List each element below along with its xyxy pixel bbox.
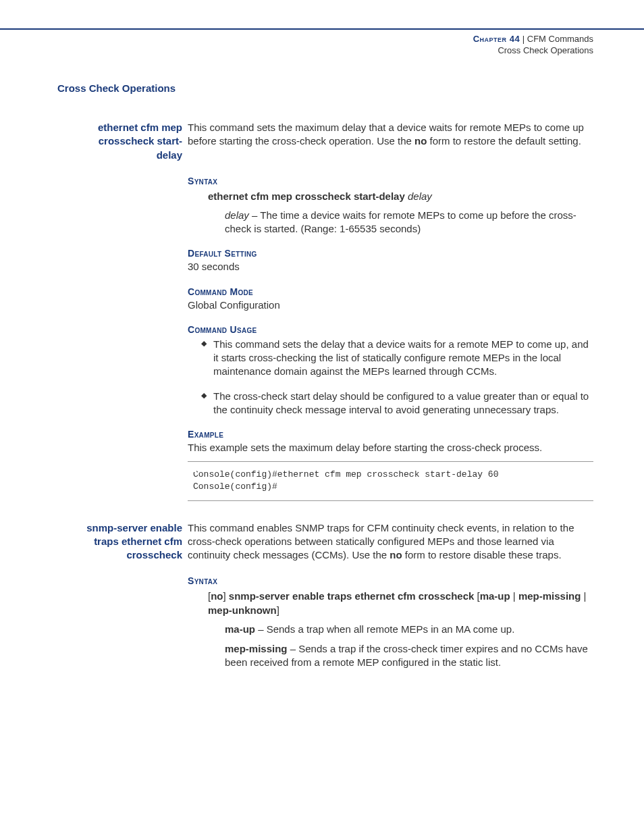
- mode-heading: Command Mode: [188, 286, 593, 297]
- cmd2-syn-opt3: mep-unknown: [208, 604, 277, 616]
- header-subtitle: Cross Check Operations: [0, 45, 593, 55]
- cmd2-maup-t: – Sends a trap when all remote MEPs in a…: [255, 623, 514, 635]
- cmd1-param: delay – The time a device waits for remo…: [225, 209, 593, 236]
- cmd2-name-line2: traps ethernet cfm: [94, 536, 182, 547]
- cmd2-syn-mid1: ]: [223, 590, 229, 602]
- chapter-title: CFM Commands: [527, 34, 593, 44]
- cmd2-syn-sep1: |: [510, 590, 518, 602]
- cmd1-desc-c: form to restore the default setting.: [427, 135, 581, 147]
- cmd2-syn-opt2: mep-missing: [518, 590, 581, 602]
- cmd1-example-section: Example This example sets the maximum de…: [188, 429, 593, 454]
- cmd1-mode-section: Command Mode Global Configuration: [188, 286, 593, 312]
- cmd1-syntax-line: ethernet cfm mep crosscheck start-delay …: [208, 189, 593, 203]
- chapter-separator: |: [520, 34, 527, 44]
- cmd1-syntax-bold: ethernet cfm mep crosscheck start-delay: [208, 190, 405, 202]
- cmd2-param-mepm: mep-missing – Sends a trap if the cross-…: [225, 642, 593, 670]
- cmd2-syn-mid2: [: [474, 590, 479, 602]
- syntax-heading: Syntax: [188, 176, 593, 186]
- cmd1-param-desc: – The time a device waits for remote MEP…: [225, 209, 576, 234]
- cmd2-param-maup: ma-up – Sends a trap when all remote MEP…: [225, 623, 593, 636]
- command-desc-1: This command sets the maximum delay that…: [188, 121, 593, 149]
- cmd2-name-line3: crosscheck: [126, 549, 182, 561]
- chapter-label: Chapter 44: [473, 34, 520, 44]
- cmd1-example-desc: This example sets the maximum delay befo…: [188, 441, 593, 454]
- cmd1-syntax-section: Syntax ethernet cfm mep crosscheck start…: [188, 176, 593, 236]
- command-name-1: ethernet cfm mep crosscheck start- delay: [57, 121, 188, 162]
- example-heading: Example: [188, 429, 593, 440]
- cmd2-syn-opt1: ma-up: [480, 590, 510, 602]
- command-block-2: snmp-server enable traps ethernet cfm cr…: [57, 521, 593, 563]
- cmd2-mepm-b: mep-missing: [225, 643, 288, 654]
- cmd1-mode-value: Global Configuration: [188, 298, 593, 312]
- page-content: Cross Check Operations ethernet cfm mep …: [0, 55, 644, 669]
- cmd2-desc-no: no: [390, 549, 402, 561]
- section-title: Cross Check Operations: [57, 82, 593, 94]
- command-name-2: snmp-server enable traps ethernet cfm cr…: [57, 521, 188, 563]
- cmd2-syn-no: no: [211, 590, 223, 602]
- cmd2-syn-end: ]: [277, 604, 279, 616]
- cmd1-name-line3: delay: [157, 149, 182, 161]
- cmd2-desc-c: form to restore disable these traps.: [402, 549, 562, 561]
- cmd2-syntax-section: Syntax [no] snmp-server enable traps eth…: [188, 575, 593, 669]
- default-heading: Default Setting: [188, 248, 593, 259]
- cmd1-syntax-ital: delay: [405, 190, 432, 202]
- header-line-1: Chapter 44 | CFM Commands: [0, 34, 593, 44]
- usage-heading: Command Usage: [188, 324, 593, 335]
- cmd1-example-code: Console(config)#ethernet cfm mep crossch…: [188, 461, 593, 500]
- cmd1-default-section: Default Setting 30 seconds: [188, 248, 593, 273]
- cmd1-name-line1: ethernet cfm mep: [98, 122, 182, 133]
- cmd1-usage-item-2: The cross-check start delay should be co…: [201, 390, 593, 417]
- cmd1-usage-section: Command Usage This command sets the dela…: [188, 324, 593, 417]
- cmd2-syntax-line: [no] snmp-server enable traps ethernet c…: [208, 589, 593, 617]
- cmd1-param-name: delay: [225, 209, 249, 221]
- cmd2-syn-sep2: |: [581, 590, 586, 602]
- cmd2-syn-main: snmp-server enable traps ethernet cfm cr…: [229, 590, 475, 602]
- cmd1-usage-list: This command sets the delay that a devic…: [188, 338, 593, 417]
- cmd1-desc-no: no: [414, 135, 427, 147]
- cmd1-name-line2: crosscheck start-: [99, 135, 182, 147]
- cmd2-maup-b: ma-up: [225, 623, 255, 635]
- command-desc-2: This command enables SNMP traps for CFM …: [188, 521, 593, 563]
- cmd2-syntax-heading: Syntax: [188, 575, 593, 586]
- page-header: Chapter 44 | CFM Commands Cross Check Op…: [0, 28, 644, 55]
- cmd1-usage-item-1: This command sets the delay that a devic…: [201, 338, 593, 379]
- cmd1-default-value: 30 seconds: [188, 260, 593, 273]
- command-block-1: ethernet cfm mep crosscheck start- delay…: [57, 121, 593, 162]
- cmd2-name-line1: snmp-server enable: [86, 522, 182, 533]
